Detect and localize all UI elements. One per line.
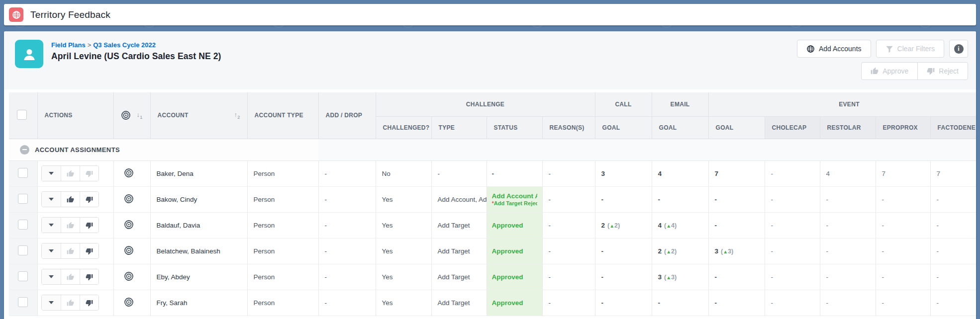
row-checkbox[interactable] [18,194,28,204]
thumb-down-icon [927,67,935,75]
reject-row-button[interactable] [80,269,98,284]
delta-up-icon: ▲ [723,249,728,254]
group-header-email: EMAIL [652,92,708,116]
restolar-cell: - [820,264,876,290]
challenged-cell: Yes [376,290,431,316]
delta-up-icon: ▲ [666,223,671,229]
row-checkbox[interactable] [18,168,28,178]
add-accounts-button[interactable]: Add Accounts [797,40,871,58]
row-menu-button[interactable] [42,269,61,284]
approve-row-button[interactable] [61,295,80,310]
account-cell: Bakow, Cindy [150,186,247,212]
reject-row-button[interactable] [80,295,98,310]
select-all-checkbox[interactable] [17,110,27,120]
row-target-cell [113,238,150,264]
row-menu-button[interactable] [42,295,61,310]
row-checkbox[interactable] [18,297,28,307]
header-reasons[interactable]: REASON(S) [542,116,595,139]
header-email-goal[interactable]: GOAL [652,116,708,139]
table-row: Baldauf, Davia Person - Yes Add Target A… [9,212,976,238]
reject-row-button[interactable] [80,166,98,181]
caret-down-icon [49,301,54,304]
header-account[interactable]: ACCOUNT ↑2 [150,92,247,139]
delta-up-icon: ▲ [666,249,671,254]
thumb-up-icon [67,299,74,307]
table-row: Fry, Sarah Person - Yes Add Target Appro… [9,290,976,316]
row-select-cell [9,238,37,264]
reject-row-button[interactable] [80,192,98,207]
header-factodene[interactable]: FACTODENE [930,116,976,139]
eproprox-cell: 7 [876,160,930,186]
person-icon [22,47,37,62]
header-restolar[interactable]: RESTOLAR [820,116,876,139]
delta-up-icon: ▲ [666,275,671,280]
approve-row-button[interactable] [61,218,80,233]
header-challenged[interactable]: CHALLENGED? [376,116,431,139]
breadcrumb-field-plans[interactable]: Field Plans [51,41,86,49]
reasons-cell: - [542,290,595,316]
collapse-section-icon[interactable] [20,145,29,155]
row-checkbox[interactable] [18,220,28,230]
status-cell: Approved [487,264,542,290]
approve-row-button[interactable] [61,192,80,207]
challenged-cell: Yes [376,238,431,264]
status-text: Approved [492,273,537,281]
status-cell: - [487,160,542,186]
reject-row-button[interactable] [80,218,98,233]
account-cell: Baker, Dena [150,160,247,186]
header-challenge-type[interactable]: TYPE [431,116,487,139]
row-menu-button[interactable] [42,192,61,207]
header-event-goal[interactable]: GOAL [708,116,765,139]
header-status[interactable]: STATUS [487,116,542,139]
table-row: Belatchew, Balainesh Person - Yes Add Ta… [9,238,976,264]
thumb-up-icon [67,170,74,177]
challenge-type-cell: - [431,160,487,186]
table-row: Bakow, Cindy Person - Yes Add Account, A… [9,186,976,212]
approve-button[interactable]: Approve [861,62,918,80]
row-select-cell [9,264,37,290]
header-cholecap[interactable]: CHOLECAP [765,116,820,139]
account-cell: Eby, Abdey [150,264,247,290]
header-account-type[interactable]: ACCOUNT TYPE [247,92,318,139]
challenge-type-cell: Add Target [431,212,487,238]
email-goal-cell: 4 [652,160,708,186]
row-menu-button[interactable] [42,243,61,258]
group-header-event: EVENT [708,92,976,116]
thumb-down-icon [86,222,93,229]
restolar-cell: - [820,290,876,316]
account-type-cell: Person [247,238,318,264]
approve-row-button[interactable] [61,166,80,181]
sort-indicator-account: ↑2 [234,111,240,120]
info-button[interactable] [949,40,968,58]
row-menu-button[interactable] [42,166,61,181]
email-goal-delta: (▲2) [664,248,677,255]
email-goal-delta: (▲4) [664,222,677,229]
cholecap-cell: - [765,238,820,264]
header-actions: ACTIONS [37,92,113,139]
email-goal-cell: - [652,186,708,212]
approve-row-button[interactable] [61,269,80,284]
thumb-down-icon [86,247,93,255]
table-body: Baker, Dena Person - No - - - 3 4 7 - 4 … [9,160,976,316]
row-menu-button[interactable] [42,218,61,233]
sort-indicator-target: ↓1 [137,111,143,120]
header-call-goal[interactable]: GOAL [595,116,652,139]
reject-button[interactable]: Reject [917,62,968,80]
clear-filters-button[interactable]: Clear Filters [876,40,944,58]
status-text: Approved [492,299,537,307]
group-header-call: CALL [595,92,652,116]
approve-row-button[interactable] [61,243,80,258]
header-eproprox[interactable]: EPROPROX [876,116,930,139]
row-checkbox[interactable] [18,245,28,255]
email-goal-cell: - [652,290,708,316]
header-target[interactable]: ↓1 [113,92,150,139]
status-text: Add Account Approved [492,192,537,200]
thumb-up-icon [67,222,74,229]
header-add-drop[interactable]: ADD / DROP [318,92,376,139]
row-checkbox[interactable] [18,271,28,281]
reject-row-button[interactable] [80,243,98,258]
factodene-cell: - [930,264,976,290]
breadcrumb-cycle[interactable]: Q3 Sales Cycle 2022 [93,41,156,49]
row-target-cell [113,264,150,290]
clear-filters-label: Clear Filters [897,45,935,53]
